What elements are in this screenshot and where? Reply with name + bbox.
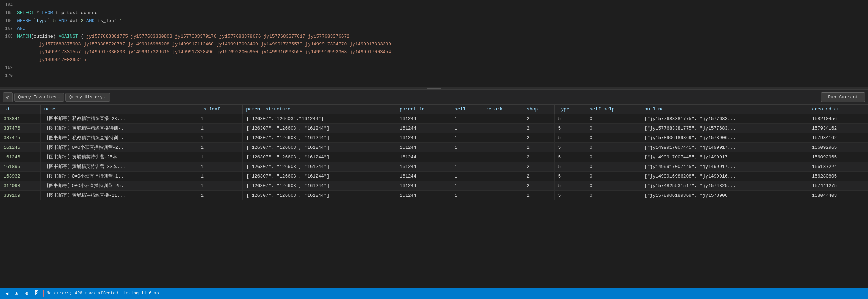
column-header[interactable]: parent_structure (243, 105, 396, 114)
table-cell: 2 (523, 133, 554, 143)
table-cell: 161244 (396, 191, 451, 200)
line-number: 168 (0, 33, 17, 40)
line-content: AND (17, 25, 868, 33)
table-cell: 5 (554, 181, 586, 191)
table-row[interactable]: 339109【图书邮寄】黄埔精讲精练直播-21...1["126307", "1… (0, 191, 868, 200)
token: (outline) (31, 34, 59, 39)
column-header[interactable]: type (554, 105, 586, 114)
token: type (37, 18, 48, 23)
table-cell: 1 (451, 114, 482, 124)
column-header[interactable]: parent_id (396, 105, 451, 114)
token: ( (78, 34, 84, 39)
table-cell: 314093 (0, 181, 40, 191)
table-cell: 2 (523, 152, 554, 162)
table-row[interactable]: 161246【图书邮寄】黄埔精英特训营-25本...1["126307", "1… (0, 152, 868, 162)
query-favorites-button[interactable]: Query Favorites ▾ (14, 93, 64, 102)
table-cell: 161244 (396, 152, 451, 162)
results-area[interactable]: idnameis_leafparent_structureparent_idse… (0, 105, 868, 288)
status-gear-icon[interactable]: ⚙ (23, 289, 31, 297)
table-cell: ["126307", "126603", "161244"] (243, 162, 396, 172)
table-cell: 2 (523, 114, 554, 124)
table-cell: 2 (523, 143, 554, 152)
column-header[interactable]: self_help (586, 105, 641, 114)
divider-handle (427, 88, 441, 89)
table-cell: 2 (523, 191, 554, 200)
column-header[interactable]: name (40, 105, 197, 114)
table-cell: ["jy1499916986208", "jy1499916... (641, 172, 808, 181)
gear-button[interactable]: ⚙ (3, 92, 13, 102)
status-prev-icon[interactable]: ◀ (3, 289, 11, 297)
table-cell: 1 (451, 191, 482, 200)
table-cell: 1 (451, 143, 482, 152)
line-number: 166 (0, 17, 17, 25)
table-cell: 1 (451, 162, 482, 172)
table-cell: 156137224 (808, 162, 868, 172)
table-cell (482, 181, 523, 191)
table-cell: 2 (523, 162, 554, 172)
table-cell: 157934162 (808, 124, 868, 133)
table-cell: 1 (451, 133, 482, 143)
table-row[interactable]: 337475【图书邮寄】私教精讲精练直播特训-...1["126307", "1… (0, 133, 868, 143)
column-header[interactable]: sell (451, 105, 482, 114)
token: is_leaf= (95, 18, 120, 23)
column-header[interactable]: created_at (808, 105, 868, 114)
table-cell: 0 (586, 162, 641, 172)
run-current-button[interactable]: Run Current (821, 92, 865, 102)
table-cell: ["126307", "126603", "161244"] (243, 172, 396, 181)
column-header[interactable]: is_leaf (197, 105, 243, 114)
table-cell: 【图书邮寄】黄埔精英特训营-25本... (40, 152, 197, 162)
table-cell: 【图书邮寄】黄埔精讲精练直播特训-... (40, 124, 197, 133)
table-cell: 161244 (396, 133, 451, 143)
table-row[interactable]: 161245【图书邮寄】OAO小班直播特训营-2...1["126307", "… (0, 143, 868, 152)
table-cell: ["126307", "126603", "161244"] (243, 152, 396, 162)
token: 1 (120, 18, 123, 23)
token: AGAINST (59, 34, 78, 39)
token: jy1499917331557 jy1499917330833 jy149991… (17, 49, 391, 55)
query-history-button[interactable]: Query History ▾ (65, 93, 110, 102)
table-cell: 157934162 (808, 133, 868, 143)
table-cell: 0 (586, 152, 641, 162)
run-current-label: Run Current (828, 94, 858, 100)
column-header[interactable]: id (0, 105, 40, 114)
table-cell: 156092965 (808, 152, 868, 162)
table-cell: 158210456 (808, 114, 868, 124)
table-row[interactable]: 161896【图书邮寄】黄埔精英特训营-33本...1["126307", "1… (0, 162, 868, 172)
editor-panel: 164165SELECT * FROM tmp_test_course166WH… (0, 0, 868, 87)
table-cell: ["126307", "126603", "161244"] (243, 124, 396, 133)
results-toolbar: ⚙ Query Favorites ▾ Query History ▾ Run … (0, 90, 868, 105)
token: WHERE (17, 18, 31, 23)
table-cell: 5 (554, 143, 586, 152)
table-cell: 337476 (0, 124, 40, 133)
column-header[interactable]: remark (482, 105, 523, 114)
table-cell: 339109 (0, 191, 40, 200)
table-cell: ["126307", "126603", "161244"] (243, 143, 396, 152)
column-header[interactable]: shop (523, 105, 554, 114)
status-next-icon[interactable]: ▲ (13, 289, 21, 297)
table-cell: 1 (197, 143, 243, 152)
line-content: jy1499917002952') (17, 56, 868, 64)
token: ` (31, 18, 37, 23)
status-db-icon[interactable]: 🗄 (33, 289, 40, 297)
table-cell: 0 (586, 181, 641, 191)
table-cell: 0 (586, 143, 641, 152)
table-cell: 161244 (396, 181, 451, 191)
table-cell: 0 (586, 124, 641, 133)
code-lines: 164165SELECT * FROM tmp_test_course166WH… (0, 0, 868, 81)
table-row[interactable]: 337476【图书邮寄】黄埔精讲精练直播特训-...1["126307", "1… (0, 124, 868, 133)
table-cell: 2 (523, 124, 554, 133)
table-row[interactable]: 163932【图书邮寄】OAO小班直播特训营-1...1["126307", "… (0, 172, 868, 181)
table-row[interactable]: 314093【图书邮寄】OAO小班直播特训营-25...1["126307", … (0, 181, 868, 191)
table-cell: 2 (523, 181, 554, 191)
table-cell: 0 (586, 172, 641, 181)
token: jy1577683375903 jy1578385720787 jy149991… (17, 42, 391, 47)
table-cell: 5 (554, 152, 586, 162)
table-cell: 【图书邮寄】OAO小班直播特训营-25... (40, 181, 197, 191)
table-cell: ["jy1577683381775", "jy1577683... (641, 114, 808, 124)
table-cell: 337475 (0, 133, 40, 143)
table-cell: ["jy1578906189369", "jy1578906 (641, 191, 808, 200)
table-row[interactable]: 343841【图书邮寄】私教精讲精练直播-23...1["126307","12… (0, 114, 868, 124)
code-line: 169 (0, 64, 868, 72)
column-header[interactable]: outline (641, 105, 808, 114)
table-cell (482, 114, 523, 124)
resize-divider[interactable] (0, 87, 868, 90)
